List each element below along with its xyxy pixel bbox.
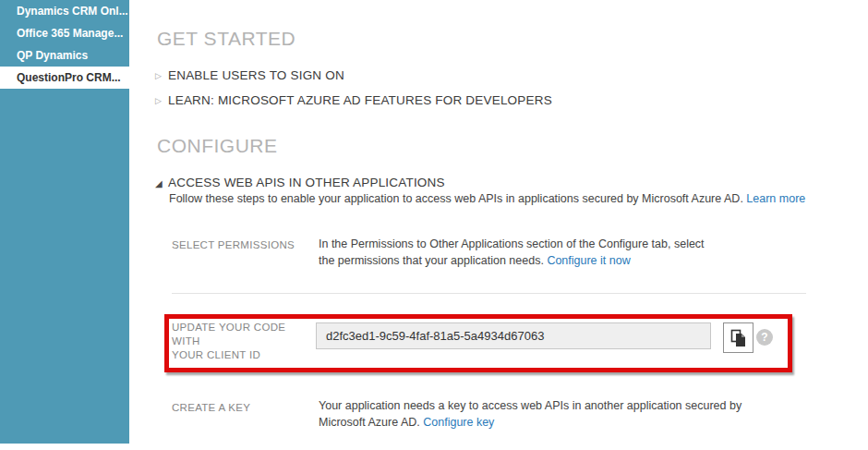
learn-more-link[interactable]: Learn more <box>746 192 805 205</box>
accordion-label: ACCESS WEB APIS IN OTHER APPLICATIONS <box>168 176 445 189</box>
select-permissions-body: In the Permissions to Other Applications… <box>319 237 705 267</box>
configure-heading: CONFIGURE <box>157 135 278 157</box>
help-icon[interactable]: ? <box>756 329 773 346</box>
get-started-heading: GET STARTED <box>157 28 295 50</box>
chevron-right-icon: ▷ <box>155 96 168 105</box>
accordion-learn-azure-ad-features[interactable]: ▷LEARN: MICROSOFT AZURE AD FEATURES FOR … <box>155 93 552 107</box>
create-a-key-body: Your application needs a key to access w… <box>319 399 741 429</box>
accordion-label: LEARN: MICROSOFT AZURE AD FEATURES FOR D… <box>168 93 552 107</box>
sidebar-item-qp-dynamics[interactable]: QP Dynamics <box>0 44 129 67</box>
select-permissions-label: SELECT PERMISSIONS <box>172 238 295 252</box>
configure-key-link[interactable]: Configure key <box>423 416 494 429</box>
chevron-right-icon: ▷ <box>155 71 168 80</box>
create-a-key-label: CREATE A KEY <box>172 401 250 415</box>
client-id-label: UPDATE YOUR CODE WITH YOUR CLIENT ID <box>172 321 315 362</box>
copy-button[interactable] <box>723 322 753 353</box>
description-text: Follow these steps to enable your applic… <box>169 192 743 205</box>
accordion-label: ENABLE USERS TO SIGN ON <box>168 68 344 82</box>
client-id-label-line1: UPDATE YOUR CODE WITH <box>172 321 315 348</box>
section-divider <box>172 293 806 294</box>
app-sidebar: Dynamics CRM Onl... Office 365 Manage...… <box>0 0 129 444</box>
client-id-input[interactable] <box>316 322 711 349</box>
create-a-key-text: Your application needs a key to access w… <box>319 398 760 431</box>
sidebar-item-office-365-management[interactable]: Office 365 Manage... <box>0 22 129 44</box>
sidebar-item-dynamics-crm-online[interactable]: Dynamics CRM Onl... <box>0 0 129 22</box>
accordion-enable-users-sign-on[interactable]: ▷ENABLE USERS TO SIGN ON <box>155 68 344 82</box>
select-permissions-text: In the Permissions to Other Applications… <box>319 237 717 269</box>
client-id-label-line2: YOUR CLIENT ID <box>172 348 315 362</box>
copy-icon <box>730 329 747 347</box>
accordion-access-web-apis[interactable]: ◢ACCESS WEB APIS IN OTHER APPLICATIONS <box>155 176 445 189</box>
configure-it-now-link[interactable]: Configure it now <box>547 254 630 267</box>
chevron-expanded-icon: ◢ <box>155 178 168 189</box>
sidebar-item-questionpro-crm[interactable]: QuestionPro CRM... <box>0 67 129 89</box>
access-web-apis-description: Follow these steps to enable your applic… <box>169 192 805 205</box>
